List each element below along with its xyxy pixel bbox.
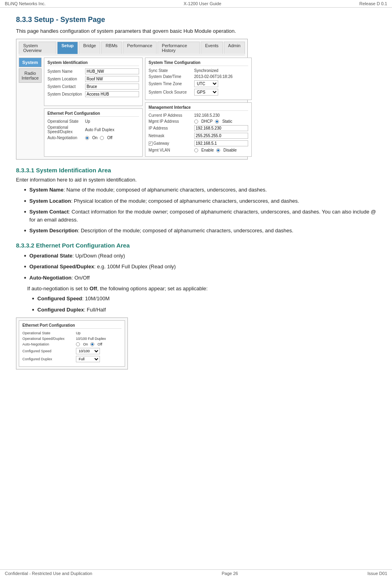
main-content: 8.3.3 Setup - System Page This page hand… xyxy=(0,8,392,393)
term-system-location: System Location xyxy=(30,198,71,204)
radio-off-dot[interactable] xyxy=(100,136,104,140)
small-label-config-speed: Configured Speed xyxy=(22,349,74,353)
small-select-config-speed[interactable]: 10/100 xyxy=(76,348,100,354)
ui-sidebar: System Radio Interface xyxy=(19,58,42,157)
term-system-description: System Description xyxy=(30,228,78,234)
label-current-ip: Current IP Address xyxy=(149,113,193,118)
small-value-op-speed: 10/100 Full Duplex xyxy=(76,337,106,341)
input-system-description[interactable] xyxy=(85,91,139,97)
ui-screenshot-small: Ethernet Port Configuration Operational … xyxy=(16,317,128,369)
radio-enable-label: Enable xyxy=(201,148,214,152)
label-auto-negotiation: Auto-Negotiation xyxy=(48,136,84,140)
term-system-contact: System Contact xyxy=(30,209,69,215)
small-radio-on-dot[interactable] xyxy=(76,342,80,346)
eth-panel-small: Ethernet Port Configuration Operational … xyxy=(19,320,125,367)
tab-performance-history[interactable]: Performance History xyxy=(157,42,200,54)
label-gateway: Gateway xyxy=(149,141,193,146)
field-gateway: Gateway xyxy=(149,140,248,146)
ethernet-port-title: Ethernet Port Configuration xyxy=(48,111,139,117)
term-configured-duplex: Configured Duplex xyxy=(38,307,84,313)
tab-performance[interactable]: Performance xyxy=(123,42,157,54)
radio-mgmt-ip[interactable]: DHCP Static xyxy=(194,119,232,124)
small-label-auto-neg: Auto-Negotiation xyxy=(22,342,74,346)
checkbox-gateway[interactable] xyxy=(149,142,153,146)
label-operational-state: Operational State xyxy=(48,119,84,124)
field-system-contact: System Contact xyxy=(48,84,139,90)
subsection-8331-intro: Enter information here to aid in system … xyxy=(16,177,376,183)
radio-enable-dot[interactable] xyxy=(194,148,198,152)
sidebar-btn-radio-interface[interactable]: Radio Interface xyxy=(19,68,42,83)
system-identification-title: System Identification xyxy=(48,60,139,66)
system-time-title: System Time Configuration xyxy=(149,60,248,66)
tab-setup[interactable]: Setup xyxy=(57,42,78,54)
radio-dhcp-dot[interactable] xyxy=(194,120,198,124)
list-item-auto-negotiation: Auto-Negotiation: On/Off xyxy=(24,274,376,282)
label-system-contact: System Contact xyxy=(48,84,84,89)
field-operational-state: Operational State Up xyxy=(48,119,139,124)
field-system-description: System Description xyxy=(48,91,139,97)
field-mgmt-ip-mode: Mgmt IP Address DHCP Static xyxy=(149,119,248,124)
nav-tabs: System Overview Setup Bridge RBMs Perfor… xyxy=(19,42,245,55)
input-system-contact[interactable] xyxy=(85,84,139,90)
label-operational-speed: Operational Speed/Duplex xyxy=(48,125,84,134)
input-ip-address[interactable] xyxy=(194,125,248,131)
radio-static-label: Static xyxy=(222,119,232,124)
tab-rbms[interactable]: RBMs xyxy=(101,42,122,54)
term-operational-state: Operational State xyxy=(30,253,73,259)
value-sync-state: Synchronized xyxy=(194,68,219,73)
list-item-operational-state: Operational State: Up/Down (Read only) xyxy=(24,252,376,260)
small-value-op-state: Up xyxy=(76,331,81,335)
field-ip-address: IP Address xyxy=(149,125,248,131)
radio-static-dot[interactable] xyxy=(215,120,219,124)
system-time-panel: System Time Configuration Sync State Syn… xyxy=(145,58,252,100)
auto-neg-note: If auto-negotiation is set to Off, the f… xyxy=(27,286,376,291)
ui-body: System Radio Interface System Identifica… xyxy=(19,58,245,157)
field-auto-negotiation: Auto-Negotiation On Off xyxy=(48,136,139,140)
label-sync-state: Sync State xyxy=(149,68,193,73)
list-item-system-contact: System Contact: Contact information for … xyxy=(24,208,376,224)
system-identification-panel: System Identification System Name System… xyxy=(44,58,143,106)
small-radio-off-dot[interactable] xyxy=(90,342,94,346)
list-item-system-name: System Name: Name of the module; compose… xyxy=(24,186,376,194)
page-header: BLiNQ Networks Inc. X-1200 User Guide Re… xyxy=(0,0,392,8)
list-item-system-description: System Description: Description of the m… xyxy=(24,227,376,235)
radio-auto-negotiation[interactable]: On Off xyxy=(85,136,113,140)
field-current-ip: Current IP Address 192.168.5.230 xyxy=(149,113,248,118)
input-netmask[interactable] xyxy=(194,133,248,139)
sidebar-btn-system[interactable]: System xyxy=(19,58,42,67)
small-label-op-speed: Operational Speed/Duplex xyxy=(22,337,74,341)
label-ip-address: IP Address xyxy=(149,126,193,130)
radio-mgmt-vlan[interactable]: Enable Disable xyxy=(194,148,237,152)
auto-neg-sub-list: Configured Speed: 10M/100M Configured Du… xyxy=(32,295,376,313)
ui-main-panels: System Identification System Name System… xyxy=(44,58,252,157)
tab-admin[interactable]: Admin xyxy=(224,42,245,54)
input-system-location[interactable] xyxy=(85,76,139,82)
radio-on-dot[interactable] xyxy=(85,136,89,140)
radio-disable-dot[interactable] xyxy=(216,148,220,152)
term-system-name: System Name xyxy=(30,187,64,193)
small-field-op-speed: Operational Speed/Duplex 10/100 Full Dup… xyxy=(22,337,121,341)
value-operational-speed: Auto Full Duplex xyxy=(85,128,114,132)
off-bold: Off xyxy=(90,286,97,291)
field-clock-source: System Clock Source GPS xyxy=(149,89,248,96)
small-select-config-duplex[interactable]: Full xyxy=(76,356,100,362)
small-label-op-state: Operational State xyxy=(22,331,74,335)
label-mgmt-vlan: Mgmt VLAN xyxy=(149,148,193,152)
subsection-8331-title: 8.3.3.1 System Identification Area xyxy=(16,167,376,174)
small-radio-auto-neg[interactable]: On Off xyxy=(76,342,102,346)
small-field-auto-neg: Auto-Negotiation On Off xyxy=(22,342,121,346)
small-radio-on-label: On xyxy=(83,342,88,346)
footer-center: Page 26 xyxy=(222,571,238,576)
tab-bridge[interactable]: Bridge xyxy=(79,42,100,54)
field-sync-state: Sync State Synchronized xyxy=(149,68,248,73)
select-time-zone[interactable]: UTC xyxy=(194,80,218,87)
tab-system-overview[interactable]: System Overview xyxy=(19,42,56,54)
label-system-description: System Description xyxy=(48,92,84,96)
input-system-name[interactable] xyxy=(85,68,139,74)
tab-events[interactable]: Events xyxy=(201,42,223,54)
list-item-operational-speed: Operational Speed/Duplex: e.g. 100M Full… xyxy=(24,263,376,271)
small-field-op-state: Operational State Up xyxy=(22,331,121,335)
select-clock-source[interactable]: GPS xyxy=(194,89,218,96)
field-system-datetime: System Date/Time 2013-02-06T16:18:26 xyxy=(149,74,248,79)
input-gateway[interactable] xyxy=(194,140,248,146)
